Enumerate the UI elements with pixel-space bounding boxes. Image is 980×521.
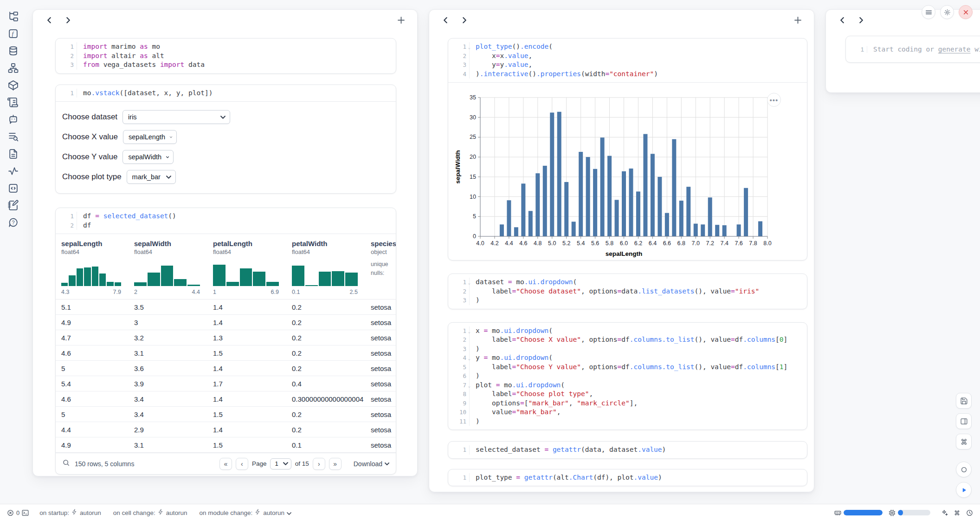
altair-bar-chart[interactable]: 4.04.24.44.64.85.05.25.45.65.86.06.26.46… — [448, 85, 807, 259]
column-next-button[interactable] — [457, 13, 471, 27]
table-row[interactable]: 4.93.11.50.1setosa — [56, 437, 396, 453]
code-line: 3) — [448, 296, 807, 305]
dropdown-select[interactable]: mark_bar — [127, 170, 176, 184]
table-column-header[interactable]: petalWidthfloat640.12.5 — [286, 234, 365, 299]
add-column-button[interactable] — [394, 13, 408, 27]
next-page-button[interactable]: › — [313, 458, 325, 470]
svg-text:6.8: 6.8 — [677, 240, 685, 247]
svg-text:4.4: 4.4 — [505, 240, 513, 247]
table-column-header[interactable]: sepalWidthfloat6424.4 — [129, 234, 207, 299]
clock-icon — [966, 509, 974, 517]
chart-menu-button[interactable]: ••• — [767, 93, 781, 107]
cell-selected-dataset[interactable]: 1selected_dataset = getattr(data, datase… — [448, 441, 807, 459]
page-label: Page — [252, 460, 267, 467]
table-row[interactable]: 53.41.50.2setosa — [56, 407, 396, 422]
line-number: 2 — [448, 335, 470, 345]
new-cell-editor[interactable]: 1 Start coding or generate with AI. — [845, 36, 980, 63]
table-row[interactable]: 4.42.91.40.2setosa — [56, 422, 396, 437]
save-button[interactable] — [956, 393, 972, 409]
scratchpad-button[interactable] — [5, 199, 21, 211]
column-prev-button[interactable] — [835, 13, 849, 27]
line-number: 10 — [448, 408, 470, 417]
cell-plot-type[interactable]: 1plot_type = getattr(alt.Chart(df), plot… — [448, 469, 807, 487]
runtime-settings: on startup:autorunon cell change:autorun… — [39, 509, 303, 516]
dropdown-select[interactable]: iris — [122, 110, 230, 124]
histogram-bar — [226, 282, 239, 286]
cell-dataframe[interactable]: 1df = selected_dataset()2df sepalLengthf… — [55, 208, 396, 475]
documentation-button[interactable] — [5, 148, 21, 160]
line-number: 1 — [846, 46, 867, 53]
generate-link[interactable]: generate — [938, 46, 971, 53]
table-cell: 3.1 — [129, 349, 207, 357]
outline-search-button[interactable] — [5, 130, 21, 143]
dropdown-select[interactable]: sepalLength — [123, 130, 177, 144]
table-row[interactable]: 53.61.40.2setosa — [56, 361, 396, 376]
functions-button[interactable]: f — [5, 27, 21, 39]
minimap-button[interactable] — [956, 462, 972, 477]
column-type: float64 — [213, 248, 281, 255]
table-row[interactable]: 4.63.41.40.30000000000000004setosa — [56, 391, 396, 407]
column-next-button[interactable] — [854, 13, 868, 27]
table-column-header[interactable]: speciesobjectuniquenulls: — [365, 234, 396, 299]
notebook-menu-button[interactable] — [922, 5, 935, 19]
table-cell: 3.5 — [129, 303, 207, 311]
first-page-button[interactable]: « — [219, 458, 232, 470]
code-line: 3 y=y.value, — [448, 60, 807, 70]
page-select[interactable]: 1 — [270, 458, 291, 469]
table-row[interactable]: 5.13.51.40.2setosa — [56, 300, 396, 315]
help-button[interactable]: ? — [5, 216, 21, 228]
table-cell: 3.9 — [129, 380, 207, 388]
history-button[interactable] — [966, 509, 974, 517]
prev-page-button[interactable]: ‹ — [236, 458, 248, 470]
memory-usage-bar[interactable] — [844, 510, 883, 515]
table-row[interactable]: 4.73.21.30.2setosa — [56, 330, 396, 345]
dropdown-label: Choose X value — [62, 132, 118, 142]
shutdown-button[interactable] — [959, 5, 973, 19]
column-prev-button[interactable] — [438, 13, 452, 27]
line-number: 1 — [56, 212, 77, 221]
status-bar: 0 on startup:autorunon cell change:autor… — [0, 504, 980, 521]
download-button[interactable]: Download — [354, 460, 389, 468]
errors-indicator[interactable] — [6, 509, 14, 517]
packages-button[interactable] — [5, 79, 21, 91]
svg-text:35: 35 — [470, 94, 476, 101]
svg-text:6.0: 6.0 — [620, 240, 628, 247]
runtime-setting[interactable]: on startup:autorun — [39, 509, 101, 516]
ai-chat-button[interactable] — [5, 113, 21, 125]
keyboard-shortcuts-button[interactable] — [956, 434, 972, 449]
file-explorer-button[interactable] — [5, 10, 21, 22]
runtime-setting[interactable]: on cell change:autorun — [113, 509, 187, 516]
ai-settings-button[interactable] — [941, 509, 948, 517]
table-row[interactable]: 4.931.40.2setosa — [56, 315, 396, 330]
add-column-button[interactable] — [791, 13, 805, 27]
dropdown-select[interactable]: sepalWidth — [122, 150, 174, 164]
terminal-toggle[interactable] — [21, 509, 29, 517]
snippets-button[interactable] — [5, 182, 21, 194]
panel-layout-button[interactable] — [956, 413, 972, 429]
svg-text:4.8: 4.8 — [534, 240, 542, 247]
cell-vstack[interactable]: 1mo.vstack([dataset, x, y, plot]) Choose… — [55, 85, 396, 194]
datasources-button[interactable] — [5, 45, 21, 57]
shortcuts-button[interactable] — [953, 509, 961, 517]
dependency-graph-button[interactable] — [5, 62, 21, 74]
cell-imports[interactable]: 1import marimo as mo2import altair as al… — [55, 38, 396, 74]
cell-plot[interactable]: 1⌄plot_type().encode(2 x=x.value,3 y=y.v… — [448, 38, 807, 260]
cell-xy-plot-dropdowns[interactable]: 1⌄x = mo.ui.dropdown(2 label="Choose X v… — [448, 322, 807, 430]
logs-button[interactable] — [5, 96, 21, 108]
runtime-setting[interactable]: on module change:autorun — [199, 509, 291, 516]
last-page-button[interactable]: » — [329, 458, 342, 470]
tracing-button[interactable] — [5, 165, 21, 177]
table-row[interactable]: 5.43.91.70.4setosa — [56, 376, 396, 391]
search-icon[interactable] — [62, 459, 70, 469]
table-column-header[interactable]: petalLengthfloat6416.9 — [207, 234, 286, 299]
table-row[interactable]: 4.63.11.50.2setosa — [56, 345, 396, 361]
cell-dataset-dropdown[interactable]: 1⌄dataset = mo.ui.dropdown(2 label="Choo… — [448, 274, 807, 309]
table-cell: 1.5 — [207, 441, 286, 449]
column-prev-button[interactable] — [42, 13, 56, 27]
table-header-row: sepalLengthfloat644.37.9sepalWidthfloat6… — [56, 234, 396, 300]
column-next-button[interactable] — [61, 13, 75, 27]
table-column-header[interactable]: sepalLengthfloat644.37.9 — [56, 234, 129, 299]
run-notebook-button[interactable] — [956, 482, 972, 498]
cpu-usage-bar[interactable] — [898, 510, 930, 515]
settings-button[interactable] — [940, 5, 954, 19]
